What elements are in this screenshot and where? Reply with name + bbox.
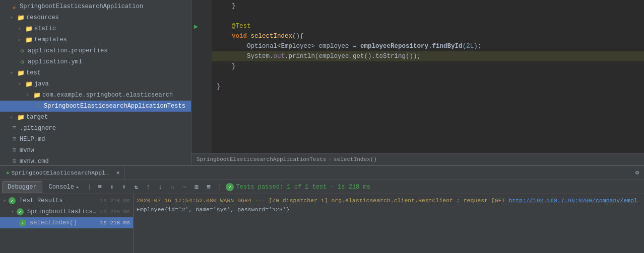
expand-icon: ▾ <box>3 198 6 204</box>
tab-console[interactable]: Console ▸ <box>43 181 85 193</box>
file-tree: ☕ SpringbootElasticsearchApplication ▾ 📁… <box>0 0 191 165</box>
debug-status-icon: ● <box>6 170 10 176</box>
sidebar-item-app-props[interactable]: ⚙ application.properties <box>0 45 191 56</box>
console-line-1: 2020-07-16 17:54:52.080 WARN 9684 --- [/… <box>137 196 641 205</box>
console-link[interactable]: http://192.168.7.96:9200/company/employe… <box>508 197 641 204</box>
test-result-class[interactable]: ▾ ✓ SpringbootElasticsearc 1s 228 ms <box>0 206 133 217</box>
sidebar-item-test[interactable]: ▾ 📁 test <box>0 67 191 78</box>
editor-area: ▶ } @Test <box>191 0 644 165</box>
sidebar-item-gitignore[interactable]: ≡ .gitignore <box>0 123 191 134</box>
debug-session-tab[interactable]: ● SpringbootElasticsearchApplicationTest… <box>2 166 124 180</box>
sidebar-item-mvnw[interactable]: ≡ mvnw <box>0 145 191 156</box>
test-method-pass-icon: ✓ <box>19 219 26 226</box>
test-result-root[interactable]: ▾ ✓ Test Results 1s 218 ms <box>0 195 133 206</box>
divider-2: | <box>217 184 221 191</box>
debug-tab-label: SpringbootElasticsearchApplicationTests.… <box>12 170 112 176</box>
toolbar-btn-up2[interactable]: ↑ <box>143 182 154 193</box>
sidebar-item-com-example[interactable]: ▾ 📁 com.example.springboot.elasticsearch <box>0 90 191 101</box>
test-class-icon: © <box>34 102 42 110</box>
gutter-line-9 <box>191 81 212 92</box>
expand-icon: ▾ <box>11 209 14 215</box>
test-result-text: Tests passed: 1 of 1 test – 1s 218 ms <box>236 184 370 191</box>
code-line-6: System.out.println(employee.get().toStri… <box>212 51 644 61</box>
gutter-line-4 <box>191 31 212 41</box>
gutter-line-2 <box>191 11 212 21</box>
expand-icon: ▸ <box>18 37 24 43</box>
java-icon: ☕ <box>10 3 18 11</box>
test-pass-icon: ✓ <box>9 197 16 204</box>
breadcrumb-separator: › <box>328 156 332 162</box>
sidebar-item-templates[interactable]: ▸ 📁 templates <box>0 34 191 45</box>
expand-icon: ▾ <box>10 15 16 21</box>
expand-icon: ▸ <box>10 114 16 120</box>
toolbar-btn-grid[interactable]: ⊞ <box>191 182 202 193</box>
toolbar-row: Debugger Console ▸ | ≡ ⬆ ⬇ ⇅ ↑ ↓ ↻ ↷ ⊞ ≣… <box>0 180 644 194</box>
folder-icon: 📁 <box>17 113 25 121</box>
editor-content: ▶ } @Test <box>191 0 644 153</box>
toolbar-btn-down2[interactable]: ↓ <box>155 182 166 193</box>
code-line-4: void selectIndex(){ <box>212 31 644 41</box>
breadcrumb: SpringbootElasticsearchApplicationTests … <box>191 153 644 165</box>
gutter-line-5 <box>191 41 212 51</box>
sidebar-item-springboot-app[interactable]: ☕ SpringbootElasticsearchApplication <box>0 1 191 12</box>
toolbar-btn-stop[interactable]: ↷ <box>179 182 190 193</box>
console-arrow-icon: ▸ <box>76 184 79 190</box>
expand-icon: ▾ <box>18 81 24 87</box>
gutter-line-3[interactable]: ▶ <box>191 21 212 31</box>
test-root-time: 1s 218 ms <box>100 198 130 204</box>
test-method-label: selectIndex() <box>30 219 99 226</box>
console-output-text: Employee{id='2', name='sys', password='1… <box>137 206 290 213</box>
divider-1: | <box>88 184 91 191</box>
code-line-9: } <box>212 81 644 92</box>
toolbar-btn-updown[interactable]: ⇅ <box>131 182 142 193</box>
test-method-time: 1s 218 ms <box>100 220 130 226</box>
sidebar-item-target[interactable]: ▸ 📁 target <box>0 112 191 123</box>
folder-icon: 📁 <box>17 69 25 77</box>
toolbar-btn-list[interactable]: ≣ <box>203 182 214 193</box>
sidebar-item-mvnw-cmd[interactable]: ≡ mvnw.cmd <box>0 156 191 165</box>
test-class-pass-icon: ✓ <box>17 208 24 215</box>
test-class-label: SpringbootElasticsearc <box>27 208 99 215</box>
console-line-2: Employee{id='2', name='sys', password='1… <box>137 205 641 214</box>
code-line-2 <box>212 11 644 21</box>
folder-icon: 📁 <box>33 91 41 99</box>
bottom-tab-bar: ● SpringbootElasticsearchApplicationTest… <box>0 166 644 180</box>
expand-icon: ▾ <box>10 70 16 76</box>
file-icon: ≡ <box>10 135 18 143</box>
bottom-panel: ● SpringbootElasticsearchApplicationTest… <box>0 165 644 253</box>
code-editor[interactable]: } @Test void selectIndex(){ Optional<Emp… <box>212 0 644 153</box>
sidebar-item-help-md[interactable]: ≡ HELP.md <box>0 134 191 145</box>
folder-icon: 📁 <box>25 80 33 88</box>
test-class-time: 1s 228 ms <box>100 209 130 215</box>
gutter-line-1 <box>191 1 212 11</box>
toolbar-btn-menu[interactable]: ≡ <box>94 182 105 193</box>
test-root-label: Test Results <box>19 197 99 204</box>
sidebar-item-resources[interactable]: ▾ 📁 resources <box>0 12 191 23</box>
file-icon: ≡ <box>10 146 18 154</box>
test-result-badge: ✓ Tests passed: 1 of 1 test – 1s 218 ms <box>226 183 370 191</box>
test-result-method[interactable]: ✓ selectIndex() 1s 218 ms <box>0 217 133 228</box>
toolbar-btn-down1[interactable]: ⬇ <box>118 182 130 193</box>
gutter-line-8 <box>191 71 212 81</box>
file-icon: ≡ <box>10 157 18 165</box>
gutter-line-6 <box>191 51 212 61</box>
main-area: ☕ SpringbootElasticsearchApplication ▾ 📁… <box>0 0 644 165</box>
sidebar-item-test-class[interactable]: © SpringbootElasticsearchApplicationTest… <box>0 101 191 112</box>
toolbar-btn-restart[interactable]: ↻ <box>167 182 178 193</box>
tab-close-icon[interactable]: ✕ <box>116 169 120 177</box>
settings-icon[interactable]: ⚙ <box>632 168 642 178</box>
sidebar-item-static[interactable]: ▸ 📁 static <box>0 23 191 34</box>
pass-icon: ✓ <box>226 183 234 191</box>
breadcrumb-class: SpringbootElasticsearchApplicationTests <box>197 156 326 162</box>
tab-debugger[interactable]: Debugger <box>2 181 42 193</box>
sidebar-item-java[interactable]: ▾ 📁 java <box>0 78 191 90</box>
yaml-icon: ⚙ <box>18 58 26 66</box>
console-tab-label: Console <box>49 184 74 191</box>
editor-gutter: ▶ <box>191 0 212 153</box>
run-icon[interactable]: ▶ <box>192 23 200 30</box>
toolbar-btn-up1[interactable]: ⬆ <box>106 182 117 193</box>
props-icon: ⚙ <box>18 47 26 55</box>
sidebar-item-app-yml[interactable]: ⚙ application.yml <box>0 56 191 67</box>
code-line-1: } <box>212 1 644 11</box>
bottom-content: ▾ ✓ Test Results 1s 218 ms ▾ ✓ Springboo… <box>0 194 644 253</box>
